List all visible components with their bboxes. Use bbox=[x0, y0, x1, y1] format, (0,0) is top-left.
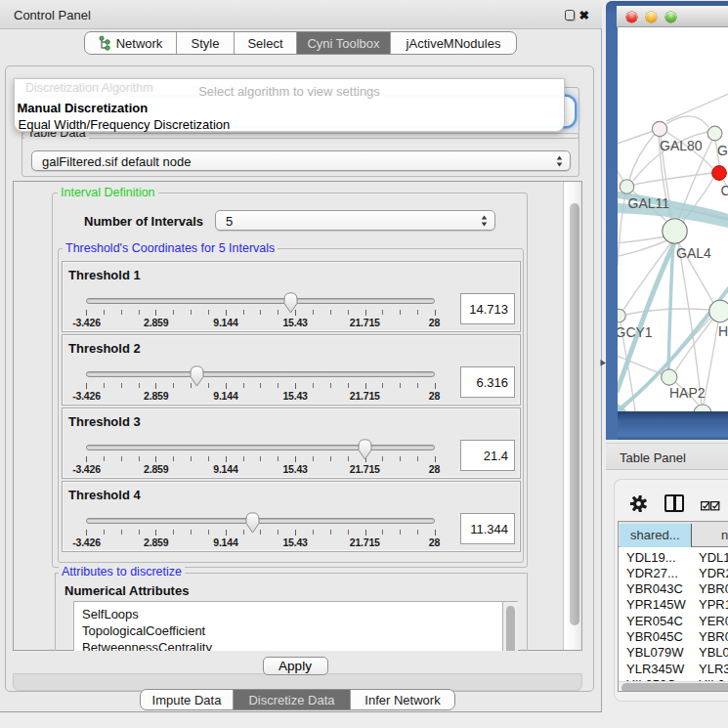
svg-text:H: H bbox=[718, 323, 728, 339]
svg-text:HAP2: HAP2 bbox=[669, 385, 706, 401]
svg-text:C.: C. bbox=[721, 183, 728, 198]
svg-text:GAL80: GAL80 bbox=[660, 138, 703, 153]
svg-text:GCY1: GCY1 bbox=[618, 324, 653, 340]
svg-text:GAL11: GAL11 bbox=[628, 195, 670, 211]
svg-text:GAL4: GAL4 bbox=[676, 245, 711, 261]
svg-text:G.: G. bbox=[717, 143, 728, 158]
